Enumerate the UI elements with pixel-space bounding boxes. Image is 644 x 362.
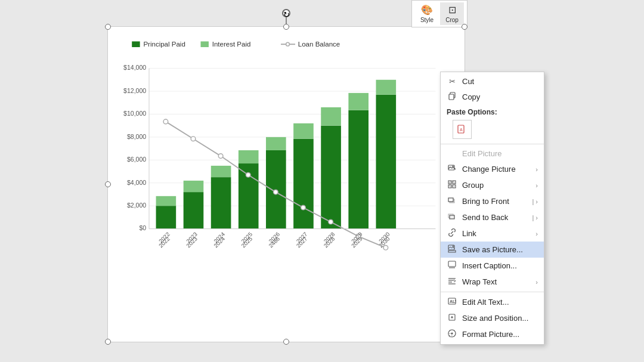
svg-rect-17 [448, 261, 456, 267]
legend-balance-dot [286, 42, 290, 46]
separator-2 [441, 292, 544, 292]
handle-top-left[interactable] [105, 24, 111, 30]
menu-item-group[interactable]: Group › [441, 177, 544, 193]
bar-2027-interest [293, 123, 314, 138]
balance-dot-2026 [274, 190, 278, 194]
balance-dot-2023 [191, 136, 196, 141]
menu-item-edit-alt-text[interactable]: ALT Edit Alt Text... [441, 294, 544, 310]
handle-bottom-left[interactable] [105, 339, 111, 345]
y-label-12k: $12,000 [123, 86, 146, 94]
save-as-picture-label: Save as Picture... [462, 245, 538, 254]
menu-item-change-picture[interactable]: Change Picture › [441, 161, 544, 177]
menu-item-size-and-position[interactable]: Size and Position... [441, 310, 544, 326]
edit-picture-label: Edit Picture [462, 149, 538, 158]
crop-button[interactable]: ⊡ Crop [440, 2, 464, 25]
y-label-14k: $14,000 [123, 64, 146, 71]
edit-alt-text-icon: ALT [447, 297, 457, 307]
send-to-back-arrow: | › [532, 214, 538, 221]
svg-rect-12 [448, 198, 453, 202]
crop-icon: ⊡ [448, 4, 456, 16]
balance-dot-2028 [329, 219, 333, 224]
balance-dot-2025 [246, 172, 250, 177]
y-label-4k: $4,000 [127, 178, 146, 185]
size-and-position-label: Size and Position... [462, 314, 538, 323]
y-label-0: $0 [139, 224, 146, 231]
send-to-back-label: Send to Back [462, 213, 527, 222]
menu-item-link[interactable]: Link › [441, 225, 544, 242]
balance-dot-2022 [163, 119, 168, 124]
svg-text:A: A [460, 128, 463, 132]
menu-item-insert-caption[interactable]: Insert Caption... [441, 258, 544, 274]
bar-2024-principal [211, 177, 231, 228]
change-picture-icon [447, 164, 457, 174]
wrap-text-label: Wrap Text [462, 277, 531, 286]
crop-label: Crop [445, 17, 459, 23]
bar-2022-interest [156, 196, 177, 205]
menu-item-send-to-back[interactable]: Send to Back | › [441, 209, 544, 225]
bar-2028-interest [321, 107, 341, 125]
insert-caption-icon [447, 261, 457, 271]
edit-alt-text-label: Edit Alt Text... [462, 298, 538, 307]
insert-caption-label: Insert Caption... [462, 261, 538, 270]
handle-top-middle[interactable] [283, 24, 289, 30]
change-picture-arrow: › [535, 166, 538, 173]
cut-label: Cut [462, 77, 538, 86]
rotate-handle[interactable]: ↻ [282, 9, 290, 17]
bar-2024-interest [211, 165, 231, 177]
save-as-picture-icon [447, 245, 457, 255]
svg-rect-6 [448, 181, 451, 184]
change-picture-label: Change Picture [462, 165, 531, 174]
size-position-icon [447, 313, 457, 323]
paste-options-section: Paste Options: A [441, 105, 544, 142]
bring-to-front-label: Bring to Front [462, 197, 527, 206]
balance-dot-2024 [218, 153, 223, 158]
cut-icon: ✂ [447, 77, 457, 86]
handle-bottom-middle[interactable] [283, 339, 289, 345]
svg-rect-8 [448, 185, 451, 188]
menu-item-wrap-text[interactable]: Wrap Text › [441, 274, 544, 290]
wrap-text-arrow: › [535, 279, 538, 286]
send-to-back-icon [447, 212, 457, 222]
y-label-6k: $6,000 [127, 156, 146, 163]
handle-middle-left[interactable] [105, 181, 111, 187]
bar-2027-principal [293, 138, 314, 228]
bar-2026-interest [266, 137, 286, 150]
bring-to-front-arrow: | › [532, 198, 538, 205]
main-area: ↻ 🎨 Style ⊡ Crop Principal Paid In [0, 0, 644, 362]
style-button[interactable]: 🎨 Style [415, 2, 439, 25]
y-label-10k: $10,000 [123, 110, 146, 117]
link-icon [447, 228, 457, 239]
svg-rect-7 [453, 181, 456, 184]
y-label-2k: $2,000 [127, 202, 146, 209]
copy-label: Copy [462, 92, 538, 101]
bring-to-front-icon [447, 196, 457, 206]
menu-item-cut[interactable]: ✂ Cut [441, 74, 544, 89]
group-label: Group [462, 181, 531, 190]
legend-principal-rect [132, 41, 140, 47]
paste-option-keep-formatting[interactable]: A [453, 120, 472, 139]
bar-2022-principal [156, 206, 177, 228]
svg-rect-9 [453, 185, 456, 188]
menu-item-format-picture[interactable]: Format Picture... [441, 326, 544, 342]
link-arrow: › [535, 230, 538, 237]
legend-interest-label: Interest Paid [212, 41, 251, 48]
menu-item-copy[interactable]: Copy [441, 89, 544, 105]
menu-item-bring-to-front[interactable]: Bring to Front | › [441, 193, 544, 209]
style-icon: 🎨 [421, 4, 433, 16]
bar-2025-interest [239, 150, 259, 163]
legend-principal-label: Principal Paid [143, 41, 185, 48]
bar-2030-principal [376, 94, 396, 228]
legend-balance-label: Loan Balance [298, 41, 340, 48]
menu-item-save-as-picture[interactable]: Save as Picture... [441, 242, 544, 258]
balance-dot-2027 [301, 205, 306, 210]
bar-2030-interest [376, 79, 396, 94]
handle-top-right[interactable] [462, 24, 467, 30]
chart-container[interactable]: ↻ 🎨 Style ⊡ Crop Principal Paid In [107, 26, 465, 342]
format-picture-label: Format Picture... [462, 330, 538, 339]
style-label: Style [420, 17, 434, 23]
menu-item-edit-picture: Edit Picture [441, 146, 544, 161]
svg-rect-1 [449, 94, 454, 100]
bar-2029-principal [348, 110, 369, 228]
y-label-8k: $8,000 [127, 132, 146, 140]
chart-toolbar: 🎨 Style ⊡ Crop [411, 0, 467, 27]
